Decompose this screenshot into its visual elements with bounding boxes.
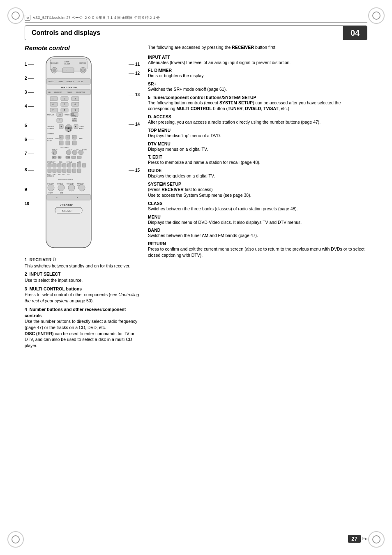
svg-rect-111 [62,164,66,167]
desc-item-1: 1 RECEIVER Ü This switches between stand… [25,257,140,269]
svg-text:TOP MENU: TOP MENU [47,128,55,129]
corner-decoration-br [368,531,385,548]
svg-point-93 [78,150,83,155]
svg-text:5: 5 [64,103,65,106]
svg-text:6: 6 [74,103,76,106]
page-number: 27 [348,535,360,543]
svg-text:SETUP: SETUP [47,140,52,142]
feature-t-edit: T. EDIT Press to memorize and name a sta… [148,154,367,166]
remote-labels-left: 1 2 3 4 5 6 7 [25,55,35,253]
svg-text:MEMO: MEMO [72,120,77,122]
svg-text:2: 2 [64,97,65,100]
svg-rect-112 [67,164,71,167]
svg-rect-24 [50,97,58,101]
right-column: The following are accessed by pressing t… [148,44,367,530]
svg-text:EQ: EQ [53,175,55,177]
svg-text:4: 4 [52,103,53,106]
svg-text:MEMO: MEMO [79,128,83,129]
svg-text:BAND: BAND [79,138,83,140]
svg-rect-30 [50,102,58,106]
svg-text:Pioneer: Pioneer [60,203,73,207]
file-bar-arrow: ⊕ [25,15,30,21]
svg-rect-117 [53,169,56,173]
feature-menu: MENU Displays the disc menu of DVD-Video… [148,214,367,226]
svg-text:DSB: DSB [60,192,63,194]
svg-text:◄: ◄ [60,125,62,128]
svg-text:7: 7 [52,109,53,111]
feature-tuner-section: 5 Tuner/component control buttons/SYSTEM… [148,95,367,112]
feature-fl-dimmer: FL DIMMER Dims or brightens the display. [148,68,367,79]
svg-rect-119 [62,169,66,173]
svg-text:MUTE: MUTE [77,161,81,163]
svg-text:RECEIVER: RECEIVER [76,91,85,93]
svg-text:SYSTEM: SYSTEM [47,138,53,140]
svg-point-139 [78,184,85,191]
svg-rect-110 [58,164,61,167]
page-number-area: 27 En [348,535,367,543]
desc-item-4: 4 Number buttons and other receiver/comp… [25,306,140,349]
svg-text:START: START [48,192,53,194]
svg-rect-9 [62,68,74,73]
svg-text:DTV ON/OFF: DTV ON/OFF [47,161,55,163]
svg-text:TV/SAT: TV/SAT [58,81,63,83]
svg-text:TUNER: TUNER [65,114,70,116]
svg-text:SOURCE: SOURCE [79,62,86,64]
svg-text:TV CH: TV CH [66,157,70,158]
svg-point-136 [48,184,54,191]
desc-item-2: 2 INPUT SELECT Use to select the input s… [25,271,140,283]
file-bar: ⊕ VSX_52TX.book.fm 27 ページ ２００４年５月１４日 金曜日… [25,15,367,23]
svg-rect-118 [58,169,61,173]
svg-text:VOL: VOL [76,149,79,151]
svg-text:RECEIVER: RECEIVER [61,210,72,212]
feature-sr-plus: SR+ Switches the SR+ mode on/off (page 6… [148,81,367,92]
svg-text:TUNER: TUNER [67,91,72,93]
feature-dtv-menu: DTV MENU Displays menus on a digital TV. [148,141,367,152]
feature-d-access: D. ACCESS After pressing, you can access… [148,114,367,125]
feature-list: INPUT ATT Attenuates (lowers) the level … [148,55,367,258]
svg-text:SWITCH: SWITCH [47,175,52,177]
svg-rect-108 [48,164,51,167]
svg-text:RECEIVER: RECEIVER [50,62,59,64]
feature-band: BAND Switches between the tuner AM and F… [148,228,367,239]
svg-text:RECEIVER CONTROL: RECEIVER CONTROL [58,179,73,180]
svg-point-138 [68,184,75,191]
svg-text:+: + [77,196,78,198]
feature-system-setup: SYSTEM SETUP (Press RECEIVER first to ac… [148,182,367,198]
svg-text:CLASS: CLASS [79,126,84,127]
svg-rect-120 [67,169,71,173]
svg-text:DVR/VCR: DVR/VCR [67,81,74,83]
page-language: En [362,537,367,541]
svg-text:SEL: SEL [58,157,61,158]
svg-text:CLASS: CLASS [72,118,77,120]
remote-svg: RECEIVER INPUT SELECT SOURCE Ü □ [38,55,125,253]
svg-text:END: END [58,174,61,175]
svg-point-91 [66,150,71,155]
svg-text:TV/CBL: TV/CBL [77,81,83,83]
corner-decoration-bl [7,531,24,548]
file-bar-text: VSX_52TX.book.fm 27 ページ ２００４年５月１４日 金曜日 午… [33,15,160,21]
svg-text:⊕: ⊕ [53,152,54,154]
svg-text:+10: +10 [58,114,62,116]
svg-text:−: − [78,157,79,158]
svg-text:MULTI CONTROL: MULTI CONTROL [61,86,78,89]
feature-class: CLASS Switches between the three banks (… [148,201,367,212]
svg-point-89 [52,150,57,155]
svg-rect-113 [72,164,76,167]
svg-rect-36 [50,108,58,112]
header-bar: Controls and displays 04 [25,25,367,40]
svg-text:(ENTER): (ENTER) [71,115,76,117]
desc-item-3: 3 MULTI CONTROL buttons Press to select … [25,286,140,304]
description-list: 1 RECEIVER Ü This switches between stand… [25,257,140,349]
feature-return: RETURN Press to confirm and exit the cur… [148,241,367,258]
header-title-box: Controls and displays [25,25,343,40]
svg-point-92 [72,150,77,155]
section-title: Remote control [25,44,140,51]
main-content: Remote control 1 2 3 4 5 [25,44,367,530]
svg-text:ENTER: ENTER [65,127,72,129]
feature-guide: GUIDE Displays the guides on a digital T… [148,168,367,179]
svg-text:0: 0 [59,119,60,122]
svg-text:DTV MENU: DTV MENU [47,133,55,135]
svg-text:TV CONTROL: TV CONTROL [60,147,70,149]
svg-rect-114 [77,164,81,167]
svg-rect-109 [53,164,56,167]
